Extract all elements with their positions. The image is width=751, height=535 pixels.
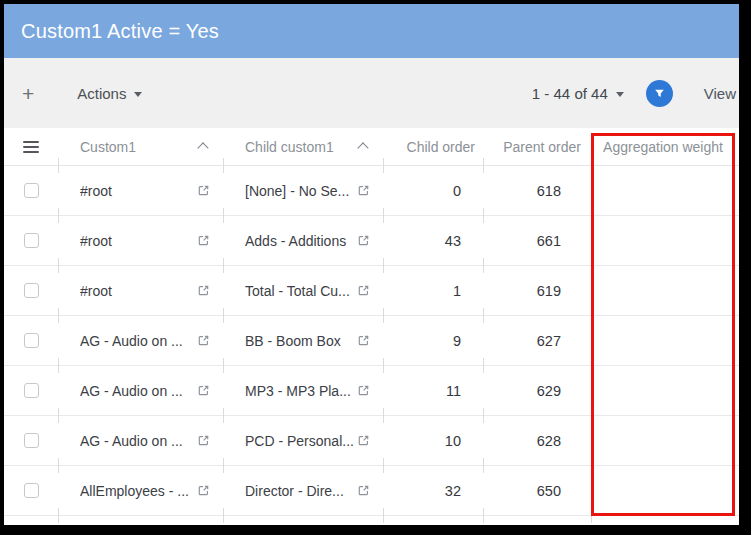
child-order-value: 10 — [383, 416, 483, 465]
custom1-cell: AG - Audio on ... — [58, 366, 223, 415]
child-order-value: 43 — [383, 216, 483, 265]
column-header-label: Child custom1 — [245, 139, 355, 155]
aggregation-weight-value — [591, 416, 735, 465]
custom1-value: #root — [80, 283, 195, 299]
child-custom1-value: [None] - No Se... — [245, 183, 355, 199]
open-link-icon[interactable] — [355, 284, 371, 297]
actions-menu-button[interactable]: Actions — [77, 85, 142, 102]
child-custom1-cell: Adds - Additions — [223, 216, 383, 265]
parent-order-value: 619 — [483, 266, 591, 315]
row-checkbox[interactable] — [24, 483, 39, 498]
menu-icon[interactable] — [23, 141, 39, 153]
table-header-row: Custom1 Child custom1 Child order Parent… — [4, 128, 739, 166]
aggregation-weight-value — [591, 266, 735, 315]
open-link-icon[interactable] — [355, 384, 371, 397]
table-row: #root Total - Total Cu... 1 619 — [4, 266, 739, 316]
row-checkbox[interactable] — [24, 333, 39, 348]
custom1-cell: AG - Audio on ... — [58, 316, 223, 365]
child-order-value: 1 — [383, 266, 483, 315]
add-button[interactable]: + — [22, 83, 34, 104]
column-header-child-custom1[interactable]: Child custom1 — [223, 128, 383, 165]
column-header-label: Aggregation weight — [603, 139, 723, 155]
custom1-value: #root — [80, 183, 195, 199]
sort-ascending-icon[interactable] — [197, 142, 208, 153]
child-custom1-cell: PCD - Personal... — [223, 416, 383, 465]
column-header-label: Custom1 — [80, 139, 195, 155]
table-row: AG - Audio on ... PCD - Personal... 10 6… — [4, 416, 739, 466]
parent-order-value: 650 — [483, 466, 591, 515]
row-checkbox[interactable] — [24, 233, 39, 248]
data-grid: Custom1 Child custom1 Child order Parent… — [4, 128, 739, 516]
open-link-icon[interactable] — [355, 334, 371, 347]
open-link-icon[interactable] — [195, 484, 211, 497]
open-link-icon[interactable] — [195, 284, 211, 297]
column-header-aggregation-weight[interactable]: Aggregation weight — [591, 128, 735, 165]
table-row: #root [None] - No Se... 0 618 — [4, 166, 739, 216]
actions-label: Actions — [77, 85, 126, 102]
table-body: #root [None] - No Se... 0 618 — [4, 166, 739, 516]
custom1-value: AG - Audio on ... — [80, 333, 195, 349]
title-bar: Custom1 Active = Yes — [4, 4, 739, 58]
header-menu-cell — [4, 128, 58, 165]
child-custom1-value: Director - Dire... — [245, 483, 355, 499]
filter-button[interactable] — [646, 80, 673, 107]
parent-order-value: 627 — [483, 316, 591, 365]
view-button[interactable]: View — [704, 85, 736, 102]
open-link-icon[interactable] — [355, 484, 371, 497]
child-custom1-cell: Total - Total Cu... — [223, 266, 383, 315]
table-row: AG - Audio on ... BB - Boom Box 9 627 — [4, 316, 739, 366]
sort-ascending-icon[interactable] — [357, 142, 368, 153]
aggregation-weight-value — [591, 166, 735, 215]
parent-order-value: 629 — [483, 366, 591, 415]
child-order-value: 32 — [383, 466, 483, 515]
open-link-icon[interactable] — [195, 334, 211, 347]
row-select-cell — [4, 466, 58, 515]
row-select-cell — [4, 366, 58, 415]
custom1-cell: AllEmployees - ... — [58, 466, 223, 515]
parent-order-value: 628 — [483, 416, 591, 465]
custom1-cell: #root — [58, 216, 223, 265]
custom1-cell: AG - Audio on ... — [58, 416, 223, 465]
column-header-parent-order[interactable]: Parent order — [483, 128, 591, 165]
row-select-cell — [4, 266, 58, 315]
parent-order-value: 661 — [483, 216, 591, 265]
child-custom1-cell: [None] - No Se... — [223, 166, 383, 215]
custom1-value: AG - Audio on ... — [80, 433, 195, 449]
toolbar: + Actions 1 - 44 of 44 View — [4, 58, 739, 128]
row-select-cell — [4, 416, 58, 465]
row-checkbox[interactable] — [24, 183, 39, 198]
custom1-value: AG - Audio on ... — [80, 383, 195, 399]
aggregation-weight-value — [591, 216, 735, 265]
row-checkbox[interactable] — [24, 283, 39, 298]
open-link-icon[interactable] — [195, 234, 211, 247]
child-custom1-value: Total - Total Cu... — [245, 283, 355, 299]
child-custom1-cell: Director - Dire... — [223, 466, 383, 515]
child-custom1-value: BB - Boom Box — [245, 333, 355, 349]
page-title: Custom1 Active = Yes — [21, 20, 219, 43]
custom1-cell: #root — [58, 166, 223, 215]
custom1-cell: #root — [58, 266, 223, 315]
custom1-value: #root — [80, 233, 195, 249]
row-checkbox[interactable] — [24, 433, 39, 448]
open-link-icon[interactable] — [195, 384, 211, 397]
aggregation-weight-value — [591, 466, 735, 515]
app-window: Custom1 Active = Yes + Actions 1 - 44 of… — [4, 4, 739, 525]
column-header-child-order[interactable]: Child order — [383, 128, 483, 165]
column-header-custom1[interactable]: Custom1 — [58, 128, 223, 165]
column-header-label: Parent order — [503, 139, 581, 155]
open-link-icon[interactable] — [355, 434, 371, 447]
open-link-icon[interactable] — [195, 434, 211, 447]
child-custom1-cell: BB - Boom Box — [223, 316, 383, 365]
table-row: AllEmployees - ... Director - Dire... 32 — [4, 466, 739, 516]
parent-order-value: 618 — [483, 166, 591, 215]
open-link-icon[interactable] — [355, 184, 371, 197]
open-link-icon[interactable] — [195, 184, 211, 197]
row-checkbox[interactable] — [24, 383, 39, 398]
open-link-icon[interactable] — [355, 234, 371, 247]
child-custom1-value: MP3 - MP3 Pla... — [245, 383, 355, 399]
child-custom1-value: PCD - Personal... — [245, 433, 355, 449]
dropdown-caret-icon — [616, 92, 624, 97]
dropdown-caret-icon — [134, 92, 142, 97]
column-header-label: Child order — [407, 139, 475, 155]
pagination-range-selector[interactable]: 1 - 44 of 44 — [532, 85, 624, 102]
